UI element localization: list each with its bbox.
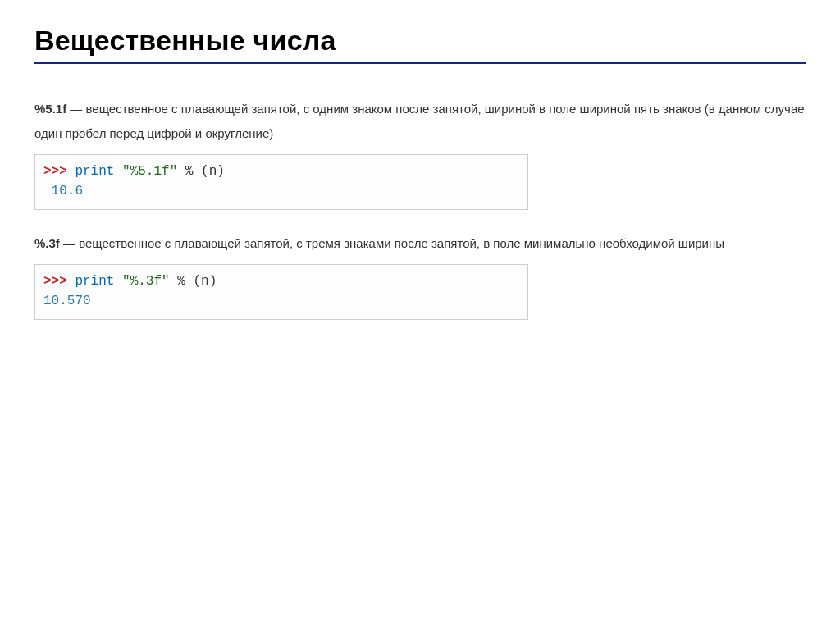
code-paren-open: ( xyxy=(201,164,209,179)
code-variable: n xyxy=(201,274,209,289)
slide-title: Вещественные числа xyxy=(34,25,806,57)
code-space xyxy=(177,164,185,179)
code-prompt: >>> xyxy=(43,274,75,289)
code-prompt: >>> xyxy=(43,164,75,179)
code-string-literal: "%5.1f" xyxy=(122,164,177,179)
code-space xyxy=(114,274,122,289)
format-code-2: %.3f xyxy=(34,236,60,250)
code-paren-close: ) xyxy=(209,274,217,289)
slide: Вещественные числа %5.1f — вещественное … xyxy=(0,0,840,366)
code-space xyxy=(193,164,201,179)
code-block-2: >>> print "%.3f" % (n) 10.570 xyxy=(34,264,528,320)
format-desc-1: — вещественное с плавающей запятой, с од… xyxy=(34,102,805,140)
code-paren-close: ) xyxy=(217,164,225,179)
code-operator-percent: % xyxy=(177,274,185,289)
format-code-1: %5.1f xyxy=(34,102,66,116)
title-underline xyxy=(34,62,806,64)
code-space xyxy=(170,274,178,289)
paragraph-format-2: %.3f — вещественное с плавающей запятой,… xyxy=(34,231,806,256)
paragraph-format-1: %5.1f — вещественное с плавающей запятой… xyxy=(34,97,806,146)
code-keyword-print: print xyxy=(75,274,114,289)
code-space xyxy=(114,164,122,179)
code-variable: n xyxy=(209,164,217,179)
format-desc-2: — вещественное с плавающей запятой, с тр… xyxy=(60,236,724,250)
code-paren-open: ( xyxy=(193,274,201,289)
code-output: 10.570 xyxy=(43,294,91,308)
code-output: 10.6 xyxy=(43,184,83,198)
code-block-1: >>> print "%5.1f" % (n) 10.6 xyxy=(34,154,528,210)
code-keyword-print: print xyxy=(75,164,114,179)
code-string-literal: "%.3f" xyxy=(122,274,170,289)
